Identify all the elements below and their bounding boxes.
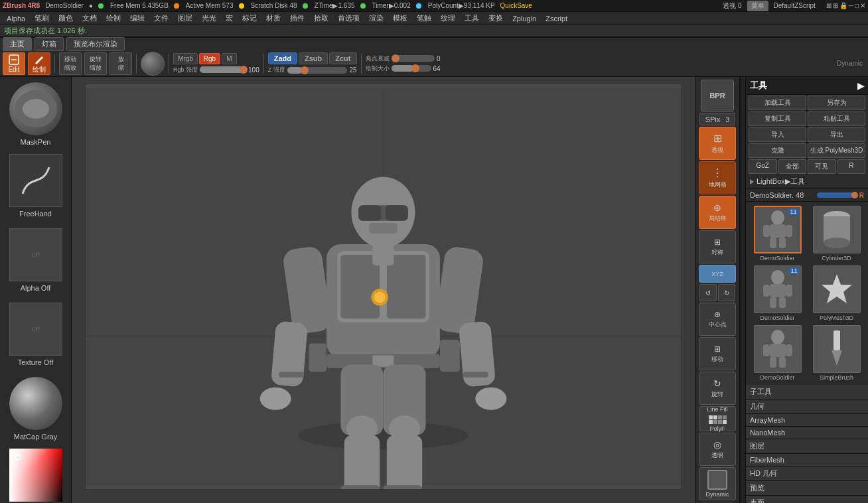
color-picker-area[interactable] [9,449,62,502]
save-as-btn[interactable]: 另存为 [808,96,865,110]
brush-preview-container[interactable]: MaskPen [0,77,71,151]
lightbox-header[interactable]: LightBox▶工具 [746,175,868,189]
menu-template[interactable]: 模板 [389,12,411,25]
z-slider[interactable] [287,67,348,74]
menu-stroke[interactable]: 笔触 [413,12,435,25]
midpoint-btn[interactable]: ⊕ 中心点 [699,303,736,336]
rotate-left-btn[interactable]: ↺ [699,284,717,301]
menu-alpha[interactable]: Alpha [3,13,29,24]
clone2-btn[interactable]: 克隆 [749,143,806,158]
dynamic-btn[interactable]: Dynamic [699,467,736,500]
zadd-btn[interactable]: Zadd [268,52,297,64]
ground-grid-btn[interactable]: ⋮ 地网格 [699,161,736,194]
visible-btn[interactable]: 可见 [808,159,836,174]
thumb-simplebrush[interactable]: SimpleBrush [808,324,865,382]
model-viewport[interactable] [85,84,682,490]
menu-transform[interactable]: 变换 [484,12,507,25]
menu-file[interactable]: 文件 [150,12,173,25]
mrgb-btn[interactable]: Mrgb [173,53,198,64]
section-fibermesh[interactable]: FiberMesh [746,454,868,467]
focal-slider[interactable] [392,55,435,62]
menu-light[interactable]: 光光 [198,12,220,25]
menu-btn[interactable]: 菜单 [747,1,768,11]
clone-btn[interactable]: 复制工具 [749,111,806,126]
move-icon-btn[interactable]: ⊞ 移动 [699,337,736,370]
move-btn[interactable]: 移动缩放 [59,52,82,75]
bpr-btn[interactable]: BPR [701,80,734,111]
menu-pickup[interactable]: 拾取 [310,12,332,25]
zsub-btn[interactable]: Zsub [299,52,328,64]
section-arraymesh[interactable]: ArrayMesh [746,414,868,427]
all-btn[interactable]: 全部 [778,159,807,174]
rotate-icon-btn[interactable]: ↻ 旋转 [699,372,736,405]
load-tool-btn[interactable]: 加载工具 [749,96,806,110]
menu-macro[interactable]: 宏 [222,12,237,25]
perspective-btn[interactable]: ⊞ 透视 [699,127,736,160]
menu-brush[interactable]: 笔刷 [31,12,53,25]
goz-btn[interactable]: GoZ [749,159,777,174]
material-ball[interactable] [141,52,165,76]
line-fill-btn[interactable]: Line Fill PolyF [699,406,736,431]
rotate-right-btn[interactable]: ↻ [718,284,735,301]
menu-marker[interactable]: 标记 [238,12,261,25]
max-icon[interactable]: □ [855,2,859,9]
import-btn[interactable]: 导入 [749,127,806,142]
section-surface[interactable]: 表面 [746,496,868,503]
menu-tool[interactable]: 工具 [461,12,483,25]
menu-zplugin[interactable]: Zplugin [508,13,540,24]
quicksave-btn[interactable]: QuickSave [500,2,532,9]
matcap-container[interactable]: MatCap Gray [0,372,71,446]
polymesh-btn[interactable]: 生成 PolyMesh3D [808,143,865,158]
rgb-slider[interactable] [200,66,246,73]
menu-layer[interactable]: 图层 [174,12,196,25]
section-nanomesh[interactable]: NanoMesh [746,427,868,439]
section-preview[interactable]: 预览 [746,481,868,496]
menu-edit[interactable]: 编辑 [126,12,149,25]
min-icon[interactable]: ─ [849,2,853,9]
menu-draw[interactable]: 绘制 [102,12,125,25]
demosoldier-slider[interactable] [817,192,857,198]
spix-btn[interactable]: SPix 3 [699,113,736,125]
scale-btn[interactable]: 放缩 [109,52,132,75]
rgb-btn[interactable]: Rgb [199,53,220,64]
symmetry-btn[interactable]: ⊞ 对称 [699,230,736,263]
edit-btn[interactable]: Edit [3,52,25,75]
thumb-demosoldier1[interactable]: 11 DemoSoldier [749,204,806,263]
color-picker[interactable] [0,446,71,503]
menu-zscript[interactable]: Zscript [542,13,571,24]
section-geo[interactable]: 几何 [746,399,868,414]
m-btn[interactable]: M [222,53,236,64]
polypaint-btn[interactable]: ⊕ 局结终 [699,196,736,229]
menu-doc[interactable]: 文档 [78,12,101,25]
section-layers[interactable]: 图层 [746,439,868,454]
r-btn[interactable]: R [837,159,866,174]
close-icon[interactable]: ✕ [860,2,865,9]
thumb-cylinder[interactable]: Cylinder3D [808,204,865,263]
section-hd[interactable]: HD 几何 [746,467,868,481]
thumb-demosoldier3[interactable]: DemoSoldier [749,324,806,382]
texture-container[interactable]: Off Texture Off [0,297,71,372]
thumb-demosoldier2[interactable]: 11 DemoSoldier [749,264,806,323]
thumb-polymesh[interactable]: PolyMesh3D [808,264,865,323]
menu-pref[interactable]: 首选项 [334,12,364,25]
rotate-btn[interactable]: 旋转缩放 [84,52,107,75]
menu-material[interactable]: 材质 [262,12,285,25]
nav-tab-home[interactable]: 主页 [3,37,32,51]
paste-btn[interactable]: 粘贴工具 [808,111,865,126]
menu-plugin[interactable]: 插件 [286,12,309,25]
menu-color[interactable]: 颜色 [54,12,77,25]
draw-size-slider[interactable] [392,65,431,72]
section-subtool[interactable]: 子工具 [746,385,868,399]
transparency-btn[interactable]: ◎ 透明 [699,433,736,466]
draw-btn[interactable]: 绘制 [28,52,50,75]
menu-texture[interactable]: 纹理 [437,12,459,25]
nav-tab-lightbox[interactable]: 灯箱 [35,37,64,51]
freehand-preview-container[interactable]: FreeHand [0,151,71,223]
zcut-btn[interactable]: Zcut [329,52,356,64]
panel-expand-icon[interactable]: ▶ [857,81,864,91]
xyz-btn[interactable]: XYZ [699,265,736,283]
canvas-area[interactable] [72,77,695,503]
export-btn[interactable]: 导出 [808,127,865,142]
menu-render[interactable]: 渲染 [365,12,388,25]
nav-tab-preview[interactable]: 预览布尔渲染 [66,37,125,51]
